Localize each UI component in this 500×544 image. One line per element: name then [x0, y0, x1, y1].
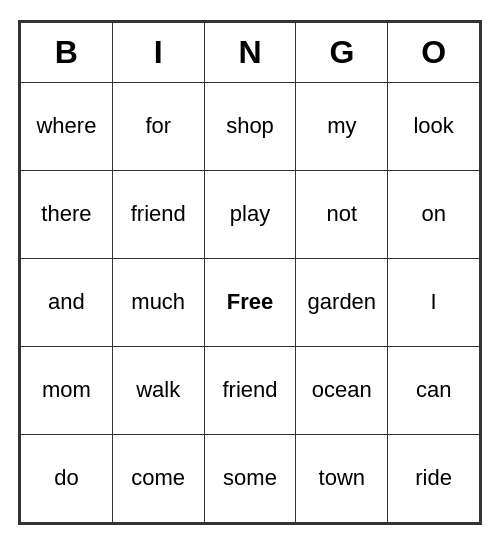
table-cell: garden — [296, 258, 388, 346]
table-cell: look — [388, 82, 480, 170]
table-cell: come — [112, 434, 204, 522]
table-cell: on — [388, 170, 480, 258]
header-g: G — [296, 22, 388, 82]
table-cell: there — [21, 170, 113, 258]
table-row: momwalkfriendoceancan — [21, 346, 480, 434]
bingo-card: B I N G O whereforshopmylooktherefriendp… — [18, 20, 482, 525]
table-cell: much — [112, 258, 204, 346]
table-cell: town — [296, 434, 388, 522]
table-cell: ride — [388, 434, 480, 522]
table-cell: for — [112, 82, 204, 170]
header-i: I — [112, 22, 204, 82]
table-cell: I — [388, 258, 480, 346]
table-row: docomesometownride — [21, 434, 480, 522]
header-row: B I N G O — [21, 22, 480, 82]
table-cell: can — [388, 346, 480, 434]
bingo-table: B I N G O whereforshopmylooktherefriendp… — [20, 22, 480, 523]
table-cell: where — [21, 82, 113, 170]
table-cell: Free — [204, 258, 296, 346]
table-cell: not — [296, 170, 388, 258]
table-row: whereforshopmylook — [21, 82, 480, 170]
header-b: B — [21, 22, 113, 82]
table-cell: ocean — [296, 346, 388, 434]
table-cell: my — [296, 82, 388, 170]
table-cell: and — [21, 258, 113, 346]
table-cell: shop — [204, 82, 296, 170]
table-cell: do — [21, 434, 113, 522]
bingo-body: whereforshopmylooktherefriendplaynotonan… — [21, 82, 480, 522]
table-cell: mom — [21, 346, 113, 434]
table-cell: some — [204, 434, 296, 522]
table-row: therefriendplaynoton — [21, 170, 480, 258]
table-cell: walk — [112, 346, 204, 434]
table-cell: play — [204, 170, 296, 258]
table-cell: friend — [204, 346, 296, 434]
header-o: O — [388, 22, 480, 82]
table-cell: friend — [112, 170, 204, 258]
table-row: andmuchFreegardenI — [21, 258, 480, 346]
header-n: N — [204, 22, 296, 82]
